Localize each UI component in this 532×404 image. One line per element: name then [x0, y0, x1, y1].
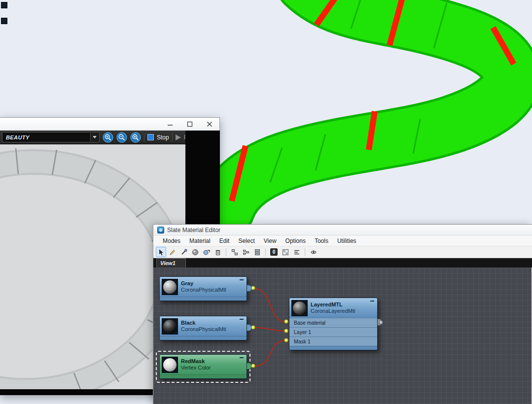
- minimize-icon: [167, 121, 173, 127]
- stop-button[interactable]: Stop: [157, 134, 169, 141]
- node-subtitle: Vertex Color: [181, 365, 211, 371]
- node-subtitle: CoronaPhysicalMtl: [181, 287, 226, 293]
- node-title: RedMask: [181, 358, 211, 365]
- toolbar-separator: [305, 248, 305, 256]
- collapse-icon[interactable]: [370, 301, 374, 302]
- node-footer: [160, 374, 247, 378]
- output-socket-gray[interactable]: [251, 286, 255, 290]
- sphere-preview-icon: [163, 320, 177, 333]
- layout-all-icon[interactable]: [241, 247, 251, 257]
- material-thumbnail: [162, 279, 178, 295]
- slot-layer-1[interactable]: Layer 1: [289, 327, 377, 337]
- wire-black-to-layer1[interactable]: [254, 328, 284, 331]
- menu-select[interactable]: Select: [234, 236, 259, 246]
- move-children-icon[interactable]: [229, 247, 240, 257]
- menu-modes[interactable]: Modes: [158, 236, 185, 246]
- zoom-in-icon[interactable]: [103, 132, 113, 143]
- delete-icon[interactable]: [213, 247, 223, 257]
- menu-options[interactable]: Options: [281, 236, 310, 246]
- hide-unused-nodeslots-icon[interactable]: [291, 247, 302, 257]
- node-layeredmtl-header[interactable]: LayeredMTL CoronaLayeredMtl: [289, 298, 377, 318]
- node-black[interactable]: Black CoronaPhysicalMtl: [159, 316, 247, 340]
- node-redmask[interactable]: RedMask Vertex Color: [159, 354, 247, 379]
- wire-gray-to-base[interactable]: [254, 288, 284, 322]
- wire-redmask-to-mask1[interactable]: [254, 340, 284, 366]
- maximize-button[interactable]: [180, 118, 200, 131]
- node-subtitle: CoronaPhysicalMtl: [181, 326, 226, 333]
- render-window-titlebar[interactable]: [0, 118, 219, 131]
- layout-children-icon[interactable]: [252, 247, 262, 257]
- close-button[interactable]: [200, 118, 219, 131]
- node-gray[interactable]: Gray CoronaPhysicalMtl: [159, 276, 247, 301]
- slate-tabstrip: View1: [153, 258, 532, 268]
- toolbar-separator: [144, 133, 144, 142]
- material-id-channel-icon[interactable]: 0: [269, 247, 279, 257]
- zoom-out-icon[interactable]: [116, 132, 127, 143]
- node-gray-header[interactable]: Gray CoronaPhysicalMtl: [160, 277, 247, 297]
- menu-tools[interactable]: Tools: [310, 236, 333, 246]
- output-socket-redmask[interactable]: [251, 364, 255, 368]
- pencil-icon[interactable]: [167, 247, 177, 257]
- node-title: Black: [181, 320, 226, 326]
- preview-toggle-icon[interactable]: [308, 247, 319, 257]
- viewport-corner-button-2[interactable]: [1, 18, 7, 24]
- input-socket-layer-1[interactable]: [284, 329, 288, 333]
- slate-toolbar: 0: [153, 246, 532, 258]
- output-socket-black[interactable]: [251, 325, 255, 330]
- tube-green: [226, 0, 511, 209]
- channel-selector-value: BEAUTY: [6, 135, 30, 140]
- viewport-corner-button-1[interactable]: [1, 2, 7, 8]
- toolbar-separator: [172, 133, 173, 142]
- node-title: LayeredMTL: [311, 302, 355, 308]
- slate-window-title: Slate Material Editor: [167, 227, 220, 234]
- slate-app-icon: [157, 227, 164, 234]
- input-socket-mask-1[interactable]: [284, 338, 288, 342]
- slate-titlebar[interactable]: Slate Material Editor: [153, 225, 532, 236]
- slate-menubar: Modes Material Edit Select View Options …: [153, 236, 532, 246]
- render-play-icon: [176, 135, 181, 140]
- toolbar-separator: [265, 248, 266, 256]
- material-thumbnail: [162, 318, 178, 335]
- node-redmask-header[interactable]: RedMask Vertex Color: [160, 355, 247, 374]
- input-socket-base-material[interactable]: [284, 319, 288, 324]
- slate-material-editor-window: Slate Material Editor Modes Material Edi…: [153, 224, 532, 404]
- node-title: Gray: [181, 280, 226, 287]
- select-tool-icon[interactable]: [156, 247, 166, 257]
- collapse-icon[interactable]: [240, 357, 244, 358]
- pick-material-icon[interactable]: [178, 247, 189, 257]
- desktop: BEAUTY: [0, 0, 532, 404]
- node-footer: [160, 297, 247, 301]
- minimize-button[interactable]: [160, 118, 180, 131]
- sphere-preview-icon: [163, 280, 177, 294]
- show-background-icon[interactable]: [280, 247, 290, 257]
- material-sphere-icon[interactable]: [190, 247, 200, 257]
- menu-edit[interactable]: Edit: [215, 236, 234, 246]
- region-render-icon[interactable]: [147, 134, 154, 140]
- collapse-icon[interactable]: [240, 279, 244, 280]
- view-tab[interactable]: View1: [156, 258, 186, 268]
- channel-selector[interactable]: BEAUTY: [2, 132, 100, 142]
- slot-base-material[interactable]: Base material: [289, 318, 377, 327]
- menu-material[interactable]: Material: [185, 236, 215, 246]
- node-footer: [289, 346, 377, 350]
- zero-badge: 0: [270, 248, 278, 256]
- material-thumbnail: [162, 357, 178, 373]
- node-black-header[interactable]: Black CoronaPhysicalMtl: [160, 316, 247, 336]
- node-subtitle: CoronaLayeredMtl: [311, 308, 355, 314]
- node-canvas[interactable]: Gray CoronaPhysicalMtl Black CoronaPhysi…: [153, 268, 532, 404]
- zoom-reset-icon[interactable]: [130, 132, 141, 143]
- material-thumbnail: [291, 300, 308, 316]
- node-footer: [160, 336, 247, 340]
- toolbar-separator: [226, 248, 226, 256]
- channel-dropdown-button[interactable]: [90, 133, 99, 141]
- assign-material-icon[interactable]: [201, 247, 212, 257]
- close-icon: [207, 121, 213, 127]
- menu-utilities[interactable]: Utilities: [333, 236, 361, 246]
- slot-mask-1[interactable]: Mask 1: [289, 337, 377, 346]
- node-layeredmtl[interactable]: LayeredMTL CoronaLayeredMtl Base materia…: [289, 298, 378, 350]
- output-socket-layeredmtl[interactable]: [379, 320, 383, 325]
- collapse-icon[interactable]: [240, 319, 244, 320]
- maximize-icon: [187, 121, 193, 127]
- sphere-preview-icon: [163, 358, 177, 371]
- menu-view[interactable]: View: [259, 236, 281, 246]
